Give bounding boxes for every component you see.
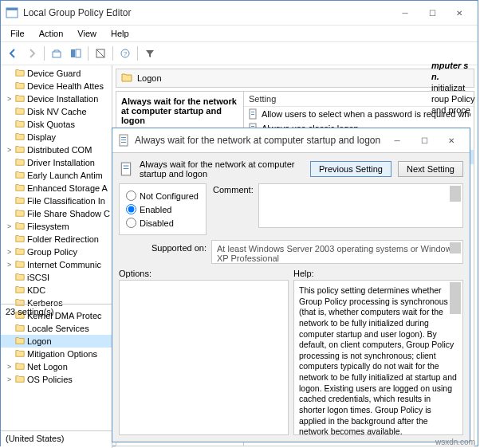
- tree-item[interactable]: >Group Policy: [1, 246, 112, 258]
- help-button[interactable]: ?: [116, 45, 134, 62]
- options-label: Options:: [119, 269, 289, 278]
- tree-item[interactable]: Enhanced Storage A: [1, 182, 112, 195]
- main-title: Local Group Policy Editor: [23, 7, 391, 18]
- scrollbar[interactable]: [450, 186, 461, 202]
- close-button[interactable]: ✕: [446, 4, 473, 22]
- dlg-minimize-button[interactable]: ─: [384, 132, 411, 149]
- dlg-maximize-button[interactable]: ☐: [411, 132, 438, 149]
- tree-item[interactable]: >Device Installation: [1, 92, 112, 105]
- status-locale: (United States): [6, 434, 64, 443]
- policy-icon: [117, 134, 130, 147]
- tree-item[interactable]: iSCSI: [1, 271, 112, 284]
- col-setting[interactable]: Setting: [249, 94, 403, 104]
- tree-item[interactable]: Logon: [1, 335, 112, 348]
- dialog-heading: Always wait for the network at computer …: [140, 159, 304, 179]
- svg-rect-4: [76, 49, 81, 57]
- main-titlebar: Local Group Policy Editor ─ ☐ ✕: [1, 1, 478, 26]
- dialog-title: Always wait for the network at computer …: [135, 135, 384, 146]
- folder-icon: [121, 72, 132, 84]
- toolbar: ?: [1, 42, 478, 65]
- menu-view[interactable]: View: [71, 27, 103, 40]
- svg-rect-23: [121, 142, 126, 143]
- tree-item[interactable]: Device Health Attes: [1, 80, 112, 92]
- tree-item[interactable]: Mitigation Options: [1, 348, 112, 360]
- tree-item[interactable]: >Filesystem: [1, 220, 112, 233]
- radio-enabled[interactable]: Enabled: [126, 204, 199, 214]
- svg-rect-1: [6, 8, 18, 10]
- help-label: Help:: [293, 269, 463, 278]
- watermark: wsxdn.com: [435, 438, 475, 446]
- svg-rect-2: [53, 52, 61, 57]
- next-setting-button[interactable]: Next Setting: [398, 161, 463, 177]
- statusbar-locale: (United States): [1, 430, 112, 446]
- detail-heading: Always wait for the network at computer …: [121, 96, 238, 125]
- scrollbar[interactable]: [450, 242, 461, 253]
- show-hide-button[interactable]: [67, 45, 85, 62]
- tree-item[interactable]: Disk Quotas: [1, 118, 112, 131]
- breadcrumb: Logon: [116, 69, 474, 88]
- options-box: [119, 280, 289, 435]
- svg-rect-25: [124, 166, 129, 167]
- svg-rect-10: [251, 114, 254, 115]
- svg-rect-9: [251, 112, 254, 112]
- menu-action[interactable]: Action: [33, 27, 70, 40]
- minimize-button[interactable]: ─: [391, 4, 419, 22]
- dialog-titlebar: Always wait for the network at computer …: [112, 128, 470, 153]
- comment-label: Comment:: [213, 183, 254, 195]
- radio-not-configured[interactable]: Not Configured: [126, 191, 199, 201]
- statusbar: 23 setting(s): [1, 304, 112, 319]
- tree-item[interactable]: Locale Services: [1, 322, 112, 335]
- text-fragment: mputer s: [430, 60, 478, 71]
- filter-button[interactable]: [141, 45, 159, 62]
- supported-box: At least Windows Server 2003 operating s…: [211, 240, 463, 264]
- comment-textarea[interactable]: [258, 183, 463, 228]
- tree-item[interactable]: Disk NV Cache: [1, 105, 112, 118]
- policy-icon: [119, 162, 133, 176]
- svg-rect-12: [251, 126, 254, 127]
- menu-file[interactable]: File: [4, 27, 31, 40]
- tree-item[interactable]: Folder Redirection: [1, 233, 112, 246]
- svg-rect-22: [121, 140, 126, 140]
- forward-button[interactable]: [23, 45, 41, 62]
- tree-item[interactable]: >Net Logon: [1, 360, 112, 373]
- menubar: File Action View Help: [1, 26, 478, 42]
- svg-text:?: ?: [124, 50, 128, 57]
- status-count: 23 setting(s): [6, 307, 54, 316]
- svg-rect-26: [124, 168, 129, 169]
- tree-item[interactable]: >Internet Communic: [1, 258, 112, 271]
- tree-item[interactable]: >Distributed COM: [1, 143, 112, 156]
- text-fragment: n.: [430, 71, 478, 82]
- tree-item[interactable]: KDC: [1, 284, 112, 297]
- svg-rect-3: [71, 49, 75, 57]
- tree-item[interactable]: File Classification In: [1, 195, 112, 207]
- right-fragment-pane: mputer sn.initializatroup Policyand proc…: [430, 60, 478, 116]
- scrollbar[interactable]: [450, 282, 461, 314]
- tree-item[interactable]: >OS Policies: [1, 373, 112, 386]
- text-fragment: initializat: [430, 82, 478, 93]
- help-box: This policy setting determines whether G…: [293, 280, 463, 435]
- up-button[interactable]: [48, 45, 65, 62]
- tree-item[interactable]: Early Launch Antim: [1, 169, 112, 182]
- previous-setting-button[interactable]: Previous Setting: [310, 161, 391, 177]
- refresh-button[interactable]: [92, 45, 109, 62]
- state-radios: Not Configured Enabled Disabled: [119, 183, 207, 235]
- nav-tree[interactable]: Device GuardDevice Health Attes>Device I…: [1, 65, 112, 448]
- tree-item[interactable]: Device Guard: [1, 67, 112, 80]
- supported-label: Supported on:: [119, 240, 207, 253]
- breadcrumb-label: Logon: [137, 73, 162, 83]
- menu-help[interactable]: Help: [104, 27, 136, 40]
- text-fragment: and proce: [430, 104, 478, 116]
- back-button[interactable]: [4, 45, 22, 62]
- tree-item[interactable]: File Share Shadow C: [1, 207, 112, 220]
- radio-disabled[interactable]: Disabled: [126, 218, 199, 228]
- tree-item[interactable]: Driver Installation: [1, 156, 112, 169]
- maximize-button[interactable]: ☐: [419, 4, 446, 22]
- dlg-close-button[interactable]: ✕: [438, 132, 465, 149]
- svg-rect-21: [121, 137, 126, 138]
- text-fragment: roup Policy: [430, 93, 478, 104]
- policy-dialog: Always wait for the network at computer …: [112, 128, 470, 442]
- tree-item[interactable]: Display: [1, 131, 112, 143]
- gpedit-icon: [6, 6, 18, 19]
